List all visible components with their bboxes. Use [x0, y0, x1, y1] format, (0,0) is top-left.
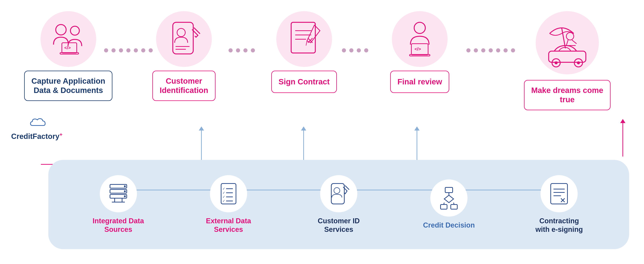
svg-rect-55: [451, 204, 457, 209]
svg-point-1: [70, 26, 79, 35]
credit-icon-circle: [430, 179, 468, 217]
external-icon: ✓ ✓ ✓ ✓: [216, 182, 240, 206]
capture-icon: </>: [48, 19, 89, 60]
step-sign: Sign Contract: [271, 11, 337, 93]
cloud-icon: [26, 115, 48, 130]
sign-icon: [284, 19, 324, 60]
dots-1: [104, 48, 153, 53]
platform-item-integrated: Integrated Data Sources: [81, 175, 156, 234]
step-review-circle: </>: [392, 11, 448, 67]
integrated-icon: [106, 182, 130, 206]
svg-line-22: [566, 40, 568, 46]
step-identification-circle: [156, 11, 212, 67]
svg-text:✓: ✓: [222, 195, 225, 199]
customer-id-icon-circle: [320, 175, 357, 212]
step-identification: Customer Identification: [152, 11, 216, 101]
step-identification-label: Customer Identification: [160, 76, 208, 95]
svg-text:</>: </>: [64, 45, 71, 50]
svg-rect-25: [549, 51, 586, 62]
svg-point-6: [177, 29, 185, 37]
platform-label-contracting: Contracting with e-signing: [536, 217, 583, 234]
dots-2: [228, 48, 255, 53]
contracting-icon-circle: [540, 175, 578, 212]
platform-item-credit: Credit Decision: [412, 179, 486, 230]
platform-item-contracting: Contracting with e-signing: [522, 175, 596, 234]
platform-label-integrated: Integrated Data Sources: [92, 217, 144, 234]
step-review: </> Final review: [390, 11, 449, 93]
brand-name: CreditFactory+: [11, 132, 62, 141]
platform-item-external: ✓ ✓ ✓ ✓ External Data Services: [192, 175, 266, 234]
step-sign-circle: [276, 11, 332, 67]
step-dreams-circle: [536, 11, 599, 74]
svg-text:✓: ✓: [222, 199, 225, 203]
step-sign-box: Sign Contract: [271, 71, 337, 93]
step-sign-label: Sign Contract: [278, 77, 330, 86]
svg-rect-48: [331, 183, 344, 204]
platform-label-external: External Data Services: [206, 217, 251, 234]
step-capture: </> Capture Application Data & Documents: [24, 11, 112, 101]
step-review-box: Final review: [390, 71, 449, 93]
step-capture-circle: </>: [40, 11, 96, 67]
main-container: CreditFactory+ </> Capture Application D…: [0, 0, 644, 264]
svg-marker-51: [444, 195, 454, 203]
platform-label-customer-id: Customer ID Services: [318, 217, 360, 234]
step-capture-label: Capture Application Data & Documents: [32, 76, 105, 95]
svg-line-15: [306, 41, 307, 46]
svg-point-33: [124, 190, 126, 192]
svg-rect-53: [440, 204, 447, 209]
external-icon-circle: ✓ ✓ ✓ ✓: [210, 175, 247, 212]
svg-point-21: [566, 33, 574, 40]
svg-text:</>: </>: [414, 47, 421, 52]
svg-text:✓: ✓: [222, 187, 225, 191]
step-identification-box: Customer Identification: [152, 71, 216, 101]
svg-point-28: [555, 61, 558, 64]
step-review-label: Final review: [398, 77, 442, 86]
customer-id-icon: [327, 182, 351, 206]
dots-4: [466, 48, 515, 53]
platform: Integrated Data Sources ✓ ✓ ✓ ✓: [48, 160, 629, 249]
step-dreams-box: Make dreams come true: [524, 80, 610, 110]
step-capture-box: Capture Application Data & Documents: [24, 71, 112, 101]
arrow-dreams: [620, 119, 626, 157]
svg-rect-9: [291, 22, 315, 53]
dots-3: [342, 48, 368, 53]
svg-text:✓: ✓: [222, 191, 225, 195]
identification-icon: [164, 19, 204, 60]
brand: CreditFactory+: [11, 115, 62, 141]
svg-rect-57: [551, 183, 568, 204]
dreams-icon: [540, 15, 595, 71]
step-dreams: Make dreams come true: [524, 11, 610, 110]
platform-label-credit: Credit Decision: [423, 221, 475, 230]
svg-point-31: [124, 185, 126, 187]
svg-point-49: [334, 188, 340, 193]
svg-point-35: [124, 195, 126, 197]
integrated-icon-circle: [100, 175, 137, 212]
svg-rect-50: [445, 187, 452, 193]
contracting-icon: [547, 182, 571, 206]
svg-point-29: [577, 61, 580, 64]
credit-icon: [437, 186, 461, 210]
step-dreams-label: Make dreams come true: [531, 86, 603, 105]
svg-point-16: [414, 22, 425, 34]
svg-point-0: [56, 25, 66, 35]
review-icon: </>: [399, 19, 440, 60]
svg-line-24: [572, 40, 576, 44]
platform-item-customer-id: Customer ID Services: [302, 175, 376, 234]
